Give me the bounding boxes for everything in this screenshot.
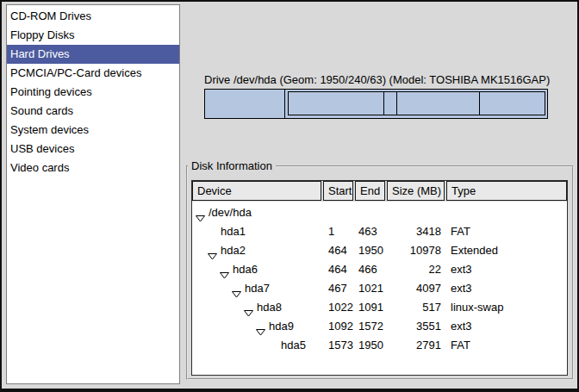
type-cell: ext3: [446, 260, 567, 279]
type-cell: ext3: [446, 279, 567, 298]
expander-triangle-icon[interactable]: [232, 285, 241, 292]
column-header-size-mb-[interactable]: Size (MB): [387, 181, 445, 201]
partition-segment-hda9: [397, 92, 480, 115]
sidebar-item-hard-drives[interactable]: Hard Drives: [7, 45, 179, 64]
size-cell: 4097: [387, 279, 446, 298]
tree-indent: [196, 327, 256, 327]
expander-triangle-icon[interactable]: [196, 209, 205, 216]
end-cell: 1021: [355, 279, 387, 298]
expander-triangle-icon[interactable]: [208, 247, 217, 254]
device-label: hda1: [221, 222, 246, 241]
sidebar-item-pointing-devices[interactable]: Pointing devices: [7, 83, 179, 102]
device-cell: hda9: [192, 317, 323, 336]
sidebar-item-pcmcia-pc-card-devices[interactable]: PCMCIA/PC-Card devices: [7, 64, 179, 83]
sidebar-item-sound-cards[interactable]: Sound cards: [7, 102, 179, 121]
sidebar-item-video-cards[interactable]: Video cards: [7, 159, 179, 177]
extended-partition-box: [288, 91, 545, 115]
table-row-hda2[interactable]: hda2464195010978Extended: [192, 241, 567, 260]
device-cell: hda5: [192, 336, 323, 355]
type-cell: linux-swap: [446, 298, 567, 317]
disk-table-header: DeviceStartEndSize (MB)Type: [192, 181, 567, 202]
size-cell: 2791: [387, 336, 446, 355]
device-cell: hda7: [192, 279, 323, 298]
device-label: hda5: [281, 336, 306, 355]
column-header-end[interactable]: End: [355, 181, 385, 201]
end-cell: [355, 203, 387, 222]
expander-triangle-icon[interactable]: [244, 304, 253, 311]
partition-segment-hda7: [289, 92, 384, 115]
disk-table: DeviceStartEndSize (MB)Type /dev/hdahda1…: [191, 180, 568, 376]
disk-table-body: /dev/hdahda114633418FAThda2464195010978E…: [192, 202, 567, 355]
hardware-browser-window: CD-ROM DrivesFloppy DisksHard DrivesPCMC…: [0, 0, 579, 392]
type-cell: FAT: [446, 222, 567, 241]
partition-segment-hda8: [384, 92, 397, 115]
sidebar-list: CD-ROM DrivesFloppy DisksHard DrivesPCMC…: [6, 4, 180, 384]
device-label: /dev/hda: [209, 203, 252, 222]
device-label: hda7: [245, 279, 270, 298]
column-header-type[interactable]: Type: [446, 181, 567, 201]
sidebar-item-cd-rom-drives[interactable]: CD-ROM Drives: [7, 7, 179, 26]
type-cell: Extended: [446, 241, 567, 260]
column-header-start[interactable]: Start: [323, 181, 353, 201]
start-cell: 1573: [323, 336, 355, 355]
device-label: hda2: [221, 241, 246, 260]
type-cell: FAT: [446, 336, 567, 355]
device-cell: hda6: [192, 260, 323, 279]
partition-bar: [204, 89, 548, 119]
type-cell: ext3: [446, 317, 567, 336]
tree-indent: [196, 345, 281, 346]
tree-indent: [196, 308, 244, 308]
device-label: hda9: [269, 317, 294, 336]
tree-indent: [196, 232, 221, 233]
size-cell: 10978: [387, 241, 446, 260]
device-cell: hda8: [192, 298, 323, 317]
start-cell: 464: [323, 260, 355, 279]
start-cell: [323, 203, 355, 222]
device-label: hda8: [257, 298, 282, 317]
end-cell: 1091: [355, 298, 387, 317]
table-row-hda5[interactable]: hda5157319502791FAT: [192, 336, 567, 355]
size-cell: 3551: [387, 317, 446, 336]
end-cell: 1572: [355, 317, 387, 336]
start-cell: 1022: [323, 298, 355, 317]
table-row-hda7[interactable]: hda746710214097ext3: [192, 279, 567, 298]
end-cell: 1950: [355, 241, 387, 260]
sidebar-item-floppy-disks[interactable]: Floppy Disks: [7, 26, 179, 45]
device-label: hda6: [233, 260, 258, 279]
expander-triangle-icon[interactable]: [256, 323, 265, 330]
type-cell: [446, 203, 567, 222]
tree-indent: [196, 270, 220, 271]
end-cell: 1950: [355, 336, 387, 355]
device-cell: /dev/hda: [192, 203, 323, 222]
size-cell: 22: [387, 260, 446, 279]
sidebar-item-system-devices[interactable]: System devices: [7, 121, 179, 140]
device-cell: hda2: [192, 241, 323, 260]
start-cell: 1092: [323, 317, 355, 336]
tree-indent: [196, 251, 208, 252]
table-row-hda9[interactable]: hda9109215723551ext3: [192, 317, 567, 336]
disk-information-label: Disk Information: [188, 159, 276, 172]
partition-segment-hda5: [480, 92, 545, 115]
drive-title: Drive /dev/hda (Geom: 1950/240/63) (Mode…: [204, 73, 549, 86]
table-row-hda1[interactable]: hda114633418FAT: [192, 222, 567, 241]
size-cell: 3418: [387, 222, 446, 241]
partition-segment-hda1: [205, 90, 285, 118]
start-cell: 464: [323, 241, 355, 260]
size-cell: 517: [387, 298, 446, 317]
size-cell: [387, 203, 446, 222]
expander-triangle-icon[interactable]: [220, 266, 229, 273]
end-cell: 466: [355, 260, 387, 279]
tree-indent: [196, 289, 232, 289]
device-cell: hda1: [192, 222, 323, 241]
column-header-device[interactable]: Device: [192, 181, 321, 201]
end-cell: 463: [355, 222, 387, 241]
table-row--dev-hda[interactable]: /dev/hda: [192, 203, 567, 222]
table-row-hda6[interactable]: hda646446622ext3: [192, 260, 567, 279]
start-cell: 1: [323, 222, 355, 241]
start-cell: 467: [323, 279, 355, 298]
sidebar-item-usb-devices[interactable]: USB devices: [7, 140, 179, 159]
table-row-hda8[interactable]: hda810221091517linux-swap: [192, 298, 567, 317]
